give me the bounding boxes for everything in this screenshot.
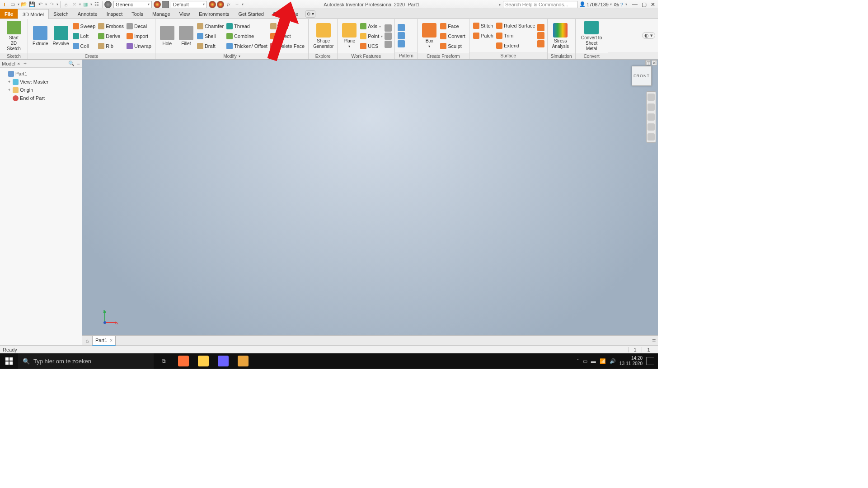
sculpt-button[interactable]: Sculpt — [439, 42, 466, 51]
taskbar-search[interactable]: 🔍 Typ hier om te zoeken — [18, 353, 154, 369]
hole-button[interactable]: Hole — [158, 20, 176, 52]
browser-menu-icon[interactable]: ≡ — [77, 61, 80, 66]
work-extra-3-icon[interactable] — [385, 41, 392, 48]
browser-tab-add-icon[interactable]: ＋ — [23, 60, 28, 67]
properties-icon[interactable]: ☷ — [93, 1, 100, 8]
tray-wifi-icon[interactable]: 📶 — [600, 358, 606, 364]
tree-item[interactable]: End of Part — [1, 94, 81, 102]
panel-title-modify[interactable]: Modify ▾ — [155, 53, 308, 59]
derive-button[interactable]: Derive — [97, 32, 125, 41]
tab-inspect[interactable]: Inspect — [102, 9, 127, 19]
plane-button[interactable]: Plane▾ — [340, 20, 358, 52]
start-2d-sketch-button[interactable]: Start 2D Sketch — [3, 20, 25, 52]
open-file-icon[interactable]: 📂 — [20, 1, 28, 8]
appearance-dropdown[interactable]: Default▾ — [171, 1, 207, 8]
save-file-icon[interactable]: 💾 — [28, 1, 36, 8]
tray-battery-icon[interactable]: ▬ — [591, 358, 596, 364]
box-button[interactable]: Box▾ — [420, 20, 438, 52]
tab-file[interactable]: File — [0, 9, 18, 19]
shell-button[interactable]: Shell — [196, 32, 225, 41]
tab-annotate[interactable]: Annotate — [73, 9, 102, 19]
tab-tools[interactable]: Tools — [127, 9, 148, 19]
tray-display-icon[interactable]: ▭ — [583, 358, 587, 364]
ucs-button[interactable]: UCS — [359, 42, 384, 51]
help-search-input[interactable]: Search Help & Commands... — [503, 1, 577, 8]
tab-manage[interactable]: Manage — [148, 9, 175, 19]
appearance-chip-icon[interactable] — [162, 1, 169, 8]
circ-pattern-icon[interactable] — [398, 32, 405, 39]
delete-face-button[interactable]: Delete Face — [269, 42, 305, 51]
taskbar-firefox[interactable] — [174, 353, 193, 369]
viewport-split-icon[interactable]: ◫ — [645, 60, 651, 66]
tree-item[interactable]: +View: Master — [1, 78, 81, 86]
thicken-offset-button[interactable]: Thicken/ Offset — [225, 42, 268, 51]
point-button[interactable]: Point ▾ — [359, 32, 384, 41]
assembly-icon[interactable]: ▥ — [82, 1, 89, 8]
taskbar-snip[interactable] — [213, 353, 233, 369]
tab-sketch[interactable]: Sketch — [49, 9, 73, 19]
tray-volume-icon[interactable]: 🔊 — [610, 358, 616, 364]
tab-3d-model[interactable]: 3D Model — [18, 9, 49, 19]
home-icon[interactable]: ⌂ — [62, 1, 70, 8]
emboss-button[interactable]: Emboss — [97, 22, 125, 31]
face-button[interactable]: Face — [439, 22, 466, 31]
add-qat-icon[interactable]: ＋ — [233, 1, 240, 8]
material-dropdown[interactable]: Generic▾ — [113, 1, 152, 8]
search-expand-icon[interactable]: ▸ — [499, 2, 501, 7]
system-tray[interactable]: ˄ ▭ ▬ 📶 🔊 14:2013-11-2020 — [573, 356, 658, 366]
task-view-button[interactable]: ⧉ — [154, 353, 174, 369]
patch-button[interactable]: Patch — [472, 31, 494, 40]
surface-extra-1-icon[interactable] — [537, 24, 544, 31]
tab-collaborate[interactable]: Collaborate — [268, 9, 303, 19]
tree-item[interactable]: Part1 — [1, 70, 81, 78]
extrude-button[interactable]: Extrude — [31, 20, 50, 52]
loft-button[interactable]: Loft — [72, 32, 97, 41]
tray-notifications-icon[interactable] — [646, 357, 654, 365]
combine-button[interactable]: Combine — [225, 32, 268, 41]
browser-tab-close-icon[interactable]: × — [17, 61, 20, 66]
tray-chevron-icon[interactable]: ˄ — [577, 358, 579, 364]
viewcube[interactable]: FRONT — [632, 66, 652, 86]
convert-freeform-button[interactable]: Convert — [439, 32, 466, 41]
user-account[interactable]: 👤 17087139▾ — [579, 1, 612, 7]
ribbon-expand-icon[interactable]: ◐ ▾ — [642, 32, 655, 39]
start-button[interactable] — [0, 353, 18, 369]
surface-extra-3-icon[interactable] — [537, 40, 544, 47]
thread-button[interactable]: Thread — [225, 22, 268, 31]
material-sphere-icon[interactable] — [104, 1, 112, 8]
doc-tab-part1[interactable]: Part1× — [92, 336, 116, 346]
new-file-icon[interactable]: ▭ — [9, 1, 16, 8]
appearance-adj1-icon[interactable] — [209, 1, 216, 8]
close-button[interactable]: ✕ — [650, 1, 656, 8]
maximize-button[interactable]: ▢ — [641, 1, 647, 8]
nav-lookat-icon[interactable] — [647, 133, 655, 141]
qat-customize-dropdown[interactable]: ▾ — [242, 2, 244, 6]
ruled-surface-button[interactable]: Ruled Surface — [495, 21, 536, 30]
nav-orbit-icon[interactable] — [647, 123, 655, 131]
unwrap-button[interactable]: Unwrap — [126, 42, 152, 51]
fx-parameters-icon[interactable]: fx — [225, 1, 232, 8]
import-button[interactable]: Import — [126, 32, 152, 41]
coil-button[interactable]: Coil — [72, 42, 97, 51]
decal-button[interactable]: Decal — [126, 22, 152, 31]
nav-pan-icon[interactable] — [647, 103, 655, 111]
nav-home-icon[interactable] — [647, 94, 655, 101]
axis-button[interactable]: Axis ▾ — [359, 22, 384, 31]
doc-tab-close-icon[interactable]: × — [110, 338, 113, 343]
minimize-button[interactable]: — — [632, 1, 638, 8]
extend-button[interactable]: Extend — [495, 41, 536, 50]
redo-icon[interactable]: ↷ — [48, 1, 55, 8]
rect-pattern-icon[interactable] — [398, 24, 405, 31]
work-extra-2-icon[interactable] — [385, 33, 392, 40]
chamfer-button[interactable]: Chamfer — [196, 22, 225, 31]
help-icon[interactable]: ? — [620, 2, 623, 7]
browser-tree[interactable]: Part1+View: Master+OriginEnd of Part — [0, 68, 82, 345]
fillet-button[interactable]: Fillet — [177, 20, 195, 52]
appearance-sphere-icon[interactable] — [154, 1, 161, 8]
tray-clock[interactable]: 14:2013-11-2020 — [619, 356, 643, 366]
tab-environments[interactable]: Environments — [194, 9, 234, 19]
viewport-close-icon[interactable]: ✕ — [652, 60, 657, 66]
rib-button[interactable]: Rib — [97, 42, 125, 51]
stress-analysis-button[interactable]: Stress Analysis — [550, 20, 571, 52]
taskbar-inventor[interactable] — [233, 353, 253, 369]
